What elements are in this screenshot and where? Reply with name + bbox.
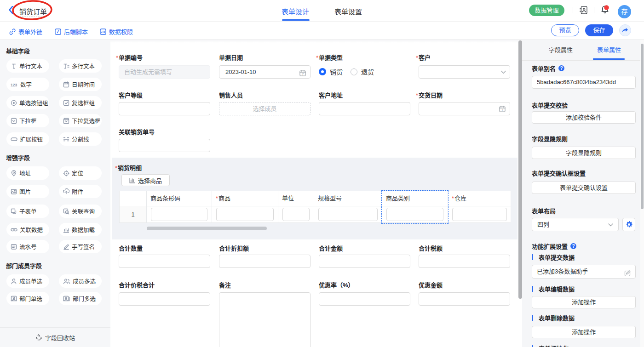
svg-text:123: 123 [11,82,17,87]
svg-text:7: 7 [501,108,503,112]
svg-text:7: 7 [302,73,304,76]
